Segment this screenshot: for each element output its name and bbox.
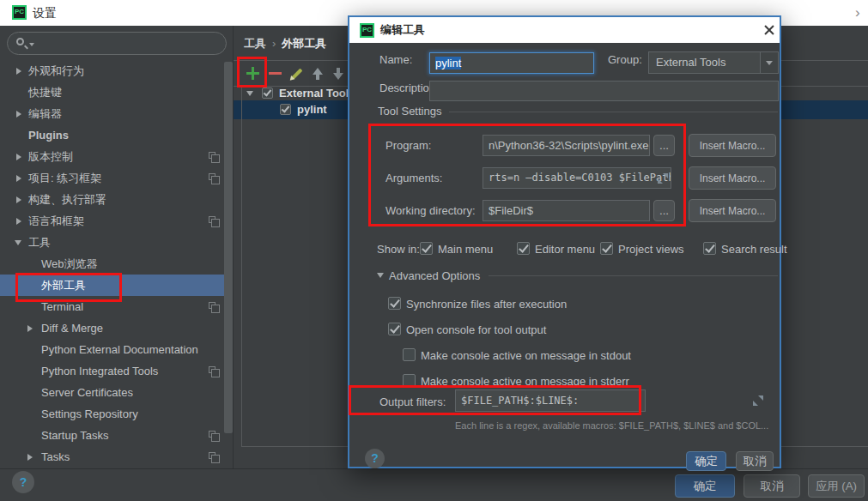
section-line [489, 275, 778, 276]
annotation-output-filters [349, 385, 641, 415]
search-filter-arrow-icon[interactable] [29, 43, 34, 46]
sidebar-scrollbar[interactable] [224, 62, 233, 433]
group-combobox[interactable]: External Tools [648, 51, 779, 74]
sidebar-item-python-external-documentation[interactable]: Python External Documentation [0, 339, 225, 360]
shareable-setting-icon [209, 431, 215, 438]
collapse-arrow-icon[interactable] [246, 91, 253, 96]
sidebar-item-appearance[interactable]: 外观和行为 [0, 60, 225, 81]
breadcrumb-parent[interactable]: 工具 [244, 37, 266, 50]
shareable-setting-icon [209, 452, 215, 459]
expand-field-icon[interactable] [753, 395, 763, 406]
description-input[interactable] [429, 81, 779, 101]
chevron-right-icon[interactable]: › [855, 0, 860, 26]
move-down-icon[interactable] [330, 65, 347, 82]
insert-macro-button-working-directory[interactable]: Insert Macro... [689, 199, 776, 222]
chevron-down-icon[interactable] [760, 52, 778, 73]
divider [233, 26, 234, 468]
open-console-checkbox[interactable] [388, 323, 401, 335]
sidebar-item-languages-frameworks[interactable]: 语言和框架 [0, 210, 225, 232]
group-checkbox[interactable] [262, 88, 273, 99]
sidebar-item-version-control[interactable]: 版本控制 [0, 146, 225, 167]
group-label: Group: [608, 53, 642, 66]
sidebar-item-settings-repository[interactable]: Settings Repository [0, 403, 225, 425]
sidebar-item-editor[interactable]: 编辑器 [0, 103, 225, 124]
collapse-arrow-icon[interactable] [15, 240, 21, 245]
edit-pencil-icon[interactable] [288, 65, 306, 82]
close-icon[interactable] [762, 23, 776, 37]
expand-arrow-icon[interactable] [16, 68, 21, 75]
sidebar-item-diff-merge[interactable]: Diff & Merge [0, 317, 225, 339]
help-icon[interactable]: ? [365, 449, 385, 468]
breadcrumb-current: 外部工具 [282, 37, 326, 50]
panel-border [241, 87, 242, 447]
expand-arrow-icon[interactable] [16, 154, 21, 160]
window-title: 设置 [33, 0, 57, 26]
help-icon[interactable]: ? [12, 471, 34, 493]
annotation-external-tools-item [15, 273, 122, 302]
dialog-cancel-button[interactable]: 取消 [736, 451, 774, 471]
sidebar-item-build-execution[interactable]: 构建、执行部署 [0, 189, 225, 210]
sidebar-item-tasks[interactable]: Tasks [0, 446, 225, 468]
sidebar-item-web-browsers[interactable]: Web浏览器 [0, 253, 225, 275]
name-input[interactable]: pylint [429, 52, 594, 74]
expand-arrow-icon[interactable] [16, 111, 21, 118]
name-label: Name: [379, 53, 412, 66]
breadcrumb: 工具›外部工具 [244, 34, 326, 53]
expand-arrow-icon[interactable] [16, 218, 21, 225]
sidebar-item-plugins[interactable]: Plugins [0, 124, 225, 146]
sidebar-item-tools[interactable]: 工具 [0, 232, 225, 253]
dialog-titlebar: PC 编辑工具 [349, 17, 780, 43]
pycharm-logo-icon: PC [360, 23, 374, 38]
annotation-add-button [237, 57, 267, 88]
sidebar-item-python-integrated-tools[interactable]: Python Integrated Tools [0, 360, 225, 382]
move-up-icon[interactable] [309, 65, 326, 82]
insert-macro-button-arguments[interactable]: Insert Macro... [689, 166, 776, 190]
remove-icon[interactable] [267, 65, 284, 82]
shareable-setting-icon [209, 173, 215, 180]
shareable-setting-icon [209, 366, 215, 373]
tool-settings-section-label: Tool Settings [378, 105, 441, 118]
settings-window: PC 设置 › 外观和行为 快捷键 编辑器 Plugins 版本控制 项目: 练… [0, 0, 868, 501]
output-filters-hint: Each line is a regex, available macros: … [455, 420, 768, 431]
dialog-title: 编辑工具 [380, 17, 425, 43]
dialog-ok-button[interactable]: 确定 [686, 451, 726, 471]
section-line [449, 112, 778, 112]
sidebar-item-startup-tasks[interactable]: Startup Tasks [0, 425, 225, 446]
shareable-setting-icon [209, 152, 215, 159]
show-in-main-menu-checkbox[interactable] [420, 242, 433, 255]
synchronize-files-checkbox[interactable] [388, 297, 401, 310]
expand-arrow-icon[interactable] [16, 175, 21, 182]
search-input[interactable] [7, 32, 227, 55]
expand-arrow-icon[interactable] [16, 196, 21, 203]
pylint-checkbox[interactable] [280, 104, 291, 115]
sidebar-item-keymap[interactable]: 快捷键 [0, 81, 225, 103]
shareable-setting-icon [209, 302, 215, 309]
expand-arrow-icon[interactable] [27, 454, 33, 461]
show-in-search-result-checkbox[interactable] [703, 242, 716, 255]
shareable-setting-icon [209, 216, 215, 223]
apply-button[interactable]: 应用 (A) [808, 474, 865, 498]
show-in-label: Show in: [377, 243, 420, 256]
collapse-arrow-icon[interactable] [377, 273, 384, 278]
cancel-button[interactable]: 取消 [744, 474, 800, 498]
sidebar-item-server-certificates[interactable]: Server Certificates [0, 382, 225, 403]
expand-arrow-icon[interactable] [27, 325, 33, 332]
annotation-tool-settings [368, 124, 686, 226]
console-active-stdout-checkbox[interactable] [403, 348, 416, 361]
sidebar-item-project[interactable]: 项目: 练习框架 [0, 167, 225, 189]
pycharm-logo-icon: PC [12, 5, 27, 20]
ok-button[interactable]: 确定 [675, 474, 735, 498]
insert-macro-button-program[interactable]: Insert Macro... [689, 134, 776, 157]
search-icon [16, 38, 24, 45]
advanced-options-label[interactable]: Advanced Options [389, 269, 480, 282]
show-in-editor-menu-checkbox[interactable] [517, 242, 530, 255]
show-in-project-views-checkbox[interactable] [600, 242, 613, 255]
